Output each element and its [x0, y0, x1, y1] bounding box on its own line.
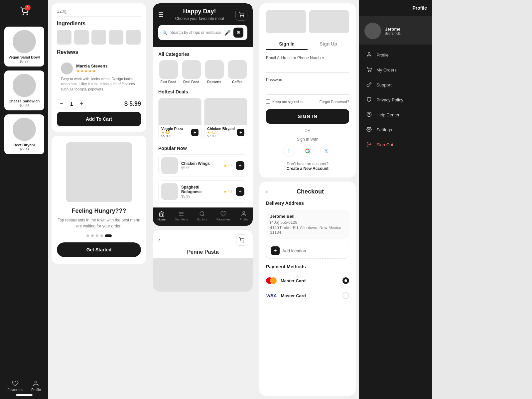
food-price-cheese: $5.99 [8, 103, 41, 107]
add-to-cart-button[interactable]: Add To Cart [57, 112, 141, 126]
svg-point-15 [371, 71, 371, 71]
keep-signed-checkbox[interactable] [266, 99, 270, 104]
profile-top-area: Profile [359, 0, 432, 16]
categories-section: All Categories Fast Food Desi Food Desse… [158, 52, 247, 84]
food-price-vegan: $6.77 [8, 59, 41, 63]
dot-3 [96, 234, 98, 237]
password-input[interactable] [266, 84, 349, 95]
deal-add-pizza-btn[interactable]: + [191, 129, 199, 136]
deal-info-biryani: Chicken Biryani ★ 4.7 $7.00 + [204, 125, 247, 140]
keep-signed-label[interactable]: Keep me signed in [266, 99, 303, 104]
payment-row-mastercard[interactable]: Master Card [266, 273, 349, 288]
cat-coffee[interactable]: Coffee [227, 60, 247, 84]
cat-label-desifood: Desi Food [183, 80, 199, 84]
popular-info-spaghetti: Spaghetti Bolognese $5.99 [181, 185, 220, 198]
filter-button[interactable]: ⚙ [233, 28, 243, 38]
email-input[interactable] [266, 62, 349, 73]
cart-icon-wrap[interactable]: 2 [20, 7, 29, 17]
checkout-title: Checkout [271, 188, 349, 195]
deal-add-biryani-btn[interactable]: + [237, 129, 244, 136]
menu-item-settings[interactable]: Settings [362, 123, 430, 137]
create-account-link[interactable]: Create a New Account [287, 166, 329, 171]
app-top-bar: ☰ Happy Day! Choose your favourite meal … [153, 3, 253, 47]
nav-profile[interactable]: Profile [31, 380, 41, 392]
food-item-biryani[interactable]: Beef Biryani $8.00 [4, 114, 44, 154]
hamburger-icon[interactable]: ☰ [158, 11, 164, 18]
auth-images-row [266, 10, 349, 33]
menu-item-privacy[interactable]: Privacy Policy [362, 93, 430, 107]
forgot-password-link[interactable]: Forgot Password? [320, 100, 349, 104]
greeting-subtitle: Choose your favourite meal [175, 16, 224, 21]
mini-cart-button[interactable] [236, 234, 247, 246]
app-nav-explore[interactable]: Explore [197, 211, 207, 221]
app-nav-home-label: Home [158, 218, 166, 221]
search-input[interactable] [170, 30, 221, 35]
cart-badge: 2 [25, 5, 31, 11]
cat-fastfood[interactable]: Fast Food [158, 60, 179, 84]
menu-item-support[interactable]: Support [362, 78, 430, 92]
mastercard-radio[interactable] [342, 277, 349, 284]
email-label: Email Address or Phone Number [266, 56, 349, 60]
reviewer-avatar [61, 63, 73, 74]
col-left: 2 Vegan Salad Bowl $6.77 Cheese Sandwich… [0, 0, 48, 399]
cat-img-fastfood [159, 60, 178, 79]
menu-item-help[interactable]: Help Center [362, 108, 430, 122]
address-box: Jerome Bell (405) 555-0128 4140 Parker R… [266, 210, 349, 239]
cat-desserts[interactable]: Desserts [204, 60, 224, 84]
app-nav-menu[interactable]: Our Menu [175, 211, 188, 221]
menu-label-orders: My Orders [376, 67, 397, 72]
add-location-button[interactable]: + Add location [266, 243, 349, 259]
qty-decrease-btn[interactable]: − [57, 99, 66, 108]
visa-logo: VISA [266, 293, 277, 298]
tab-signin[interactable]: Sign In [266, 39, 308, 50]
svg-point-3 [240, 17, 241, 17]
popular-item-spaghetti[interactable]: Spaghetti Bolognese $5.99 ★ 4.6 + [158, 180, 247, 203]
deal-img-pizza [159, 98, 201, 125]
popular-item-wings[interactable]: Chicken Wings $5.99 ★ 4.4 + [158, 154, 247, 177]
svg-point-4 [243, 17, 244, 17]
menu-item-profile[interactable]: Profile [362, 48, 430, 62]
deal-card-biryani[interactable]: Chicken Biryani ★ 4.7 $7.00 + [204, 98, 247, 140]
menu-item-orders[interactable]: My Orders [362, 63, 430, 77]
auth-options: Keep me signed in Forgot Password? [266, 99, 349, 104]
popular-add-wings-btn[interactable]: + [236, 161, 244, 170]
visa-radio[interactable] [342, 292, 349, 299]
popular-add-spaghetti-btn[interactable]: + [236, 187, 244, 196]
visa-mastercard-label: Master Card [281, 293, 338, 298]
popular-title: Popular Now [158, 146, 247, 151]
mini-back-button[interactable]: ‹ [158, 237, 160, 243]
svg-line-9 [203, 215, 204, 216]
app-cart-button[interactable] [235, 9, 247, 21]
food-item-vegan[interactable]: Vegan Salad Bowl $6.77 [4, 27, 44, 66]
twitter-login-button[interactable]: 𝕏 [320, 145, 332, 157]
cat-desifood[interactable]: Desi Food [181, 60, 201, 84]
payment-row-visa[interactable]: VISA Master Card [266, 288, 349, 303]
google-login-button[interactable] [302, 145, 314, 157]
cat-img-desserts [205, 60, 224, 79]
search-bar: 🔍 🎤 ⚙ [158, 25, 247, 40]
app-nav-favourites[interactable]: Favourites [216, 211, 230, 221]
deal-price-pizza: $5.99 [161, 134, 183, 138]
popular-rating-wings: ★ 4.4 [224, 164, 232, 168]
facebook-login-button[interactable]: f [283, 145, 295, 157]
checkout-back-button[interactable]: ‹ [266, 188, 268, 195]
svg-point-8 [200, 211, 204, 215]
deal-card-pizza[interactable]: Veggie Pizza ★ 4.6 $5.99 + [158, 98, 201, 140]
app-nav-profile[interactable]: Profile [240, 211, 248, 221]
menu-item-signout[interactable]: Sign Out [362, 138, 430, 152]
sign-in-button[interactable]: SIGN IN [266, 109, 349, 124]
deal-cards-row: Veggie Pizza ★ 4.6 $5.99 + [158, 98, 247, 140]
qty-increase-btn[interactable]: + [77, 99, 86, 108]
dot-4 [100, 234, 103, 237]
app-greeting: Happy Day! Choose your favourite meal [175, 8, 224, 21]
app-nav-home[interactable]: Home [158, 211, 166, 221]
tab-signup[interactable]: Sign Up [308, 39, 349, 50]
mic-icon[interactable]: 🎤 [224, 30, 231, 36]
mini-dish-image [153, 258, 253, 292]
get-started-button[interactable]: Get Started [57, 242, 141, 257]
nav-favourites[interactable]: Favourites [7, 380, 23, 392]
svg-point-10 [243, 211, 245, 213]
categories-grid: Fast Food Desi Food Desserts Coffee [158, 60, 247, 84]
food-item-cheese[interactable]: Cheese Sandwich $5.99 [4, 70, 44, 110]
deal-name-pizza: Veggie Pizza [161, 127, 183, 131]
